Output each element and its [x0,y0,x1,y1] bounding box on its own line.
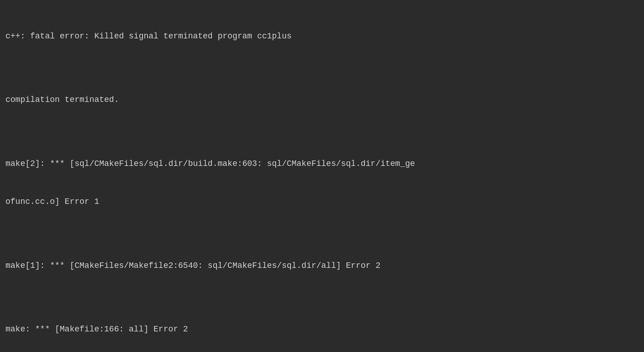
terminal-line-1: c++: fatal error: Killed signal terminat… [5,30,639,43]
terminal-line-3: make[2]: *** [sql/CMakeFiles/sql.dir/bui… [5,158,639,171]
terminal-line-5: make[1]: *** [CMakeFiles/Makefile2:6540:… [5,260,639,272]
terminal-line-4: ofunc.cc.o] Error 1 [5,196,639,208]
terminal-line-2: compilation terminated. [5,94,639,107]
terminal-output: c++: fatal error: Killed signal terminat… [5,5,639,352]
terminal-line-6: make: *** [Makefile:166: all] Error 2 [5,323,639,336]
